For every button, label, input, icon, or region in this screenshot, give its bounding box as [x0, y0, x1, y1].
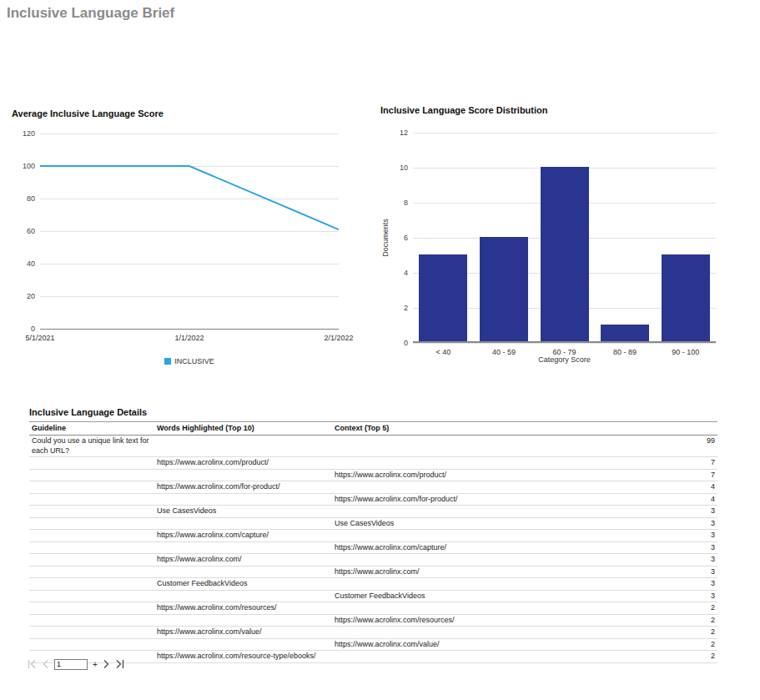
cell-guideline: [29, 530, 154, 542]
y-tick-label: 8: [385, 199, 408, 208]
bar-80-89: [601, 325, 649, 342]
y-tick-label: 40: [8, 259, 35, 269]
cell-guideline: [29, 602, 154, 615]
table-row: https://www.acrolinx.com/capture/3: [29, 541, 717, 554]
table-row: Use CasesVideos3: [29, 506, 717, 518]
cell-guideline: [29, 627, 154, 639]
first-page-icon: [28, 659, 37, 669]
cell-value: 3: [666, 566, 717, 578]
next-page-icon: [103, 659, 110, 669]
cell-words: [154, 614, 332, 627]
cell-words: [154, 541, 332, 554]
cell-value: 2: [666, 602, 717, 615]
cell-value: 2: [666, 627, 717, 639]
page-title: Inclusive Language Brief: [7, 5, 174, 22]
y-tick-label: 0: [385, 339, 408, 348]
details-table: Guideline Words Highlighted (Top 10) Con…: [29, 421, 717, 663]
y-tick-label: 20: [8, 292, 35, 301]
y-tick-label: 80: [8, 194, 35, 204]
bar-chart-title: Inclusive Language Score Distribution: [380, 105, 547, 115]
cell-context: https://www.acrolinx.com/for-product/: [332, 493, 666, 506]
y-tick-label: 10: [385, 164, 408, 173]
y-tick-label: 6: [385, 234, 408, 243]
line-chart-x-axis: 5/1/20211/1/20222/1/2022: [40, 334, 339, 344]
table-row: https://www.acrolinx.com/product/7: [29, 469, 717, 481]
table-header-row: Guideline Words Highlighted (Top 10) Con…: [29, 422, 717, 436]
previous-page-icon: [42, 659, 49, 669]
cell-value: 3: [666, 578, 717, 591]
cell-words: [154, 517, 332, 530]
first-page-button[interactable]: [28, 659, 37, 669]
table-row: Customer FeedbackVideos3: [29, 578, 717, 591]
cell-value: 3: [666, 554, 717, 567]
table-row: https://www.acrolinx.com/product/7: [29, 457, 717, 470]
cell-context: https://www.acrolinx.com/resources/: [332, 614, 666, 627]
next-page-button[interactable]: [103, 659, 110, 669]
cell-value: 7: [666, 457, 717, 470]
column-header-value: [666, 422, 717, 436]
cell-words: [154, 436, 332, 457]
line-chart: Average Inclusive Language Score 1201008…: [12, 108, 349, 384]
y-tick-label: 0: [8, 325, 35, 334]
cell-value: 3: [666, 506, 717, 518]
bar-chart: Inclusive Language Score Distribution Do…: [380, 103, 739, 379]
y-tick-label: 100: [8, 162, 35, 171]
cell-context: https://www.acrolinx.com/: [332, 566, 666, 578]
cell-context: [332, 554, 666, 567]
y-tick-label: 4: [385, 269, 408, 278]
details-table-section: Inclusive Language Details Guideline Wor…: [29, 407, 717, 663]
cell-context: [332, 436, 666, 457]
cell-words: [154, 493, 332, 506]
column-header-context: Context (Top 5): [332, 422, 666, 436]
cell-words: https://www.acrolinx.com/value/: [154, 627, 332, 639]
bar-60-79: [541, 167, 589, 342]
cell-guideline: [29, 614, 154, 627]
cell-value: 4: [666, 493, 717, 506]
cell-context: [332, 457, 666, 470]
table-row: https://www.acrolinx.com/value/2: [29, 627, 717, 639]
page-number-input[interactable]: [54, 659, 88, 670]
last-page-button[interactable]: [115, 659, 124, 669]
cell-guideline: [29, 554, 154, 567]
table-row: https://www.acrolinx.com/resource-type/e…: [29, 651, 717, 663]
cell-value: 2: [666, 651, 717, 663]
cell-context: [332, 602, 666, 615]
cell-guideline: [29, 481, 154, 494]
cell-context: https://www.acrolinx.com/product/: [332, 469, 666, 481]
cell-guideline: [29, 493, 154, 506]
cell-words: https://www.acrolinx.com/for-product/: [154, 481, 332, 494]
cell-value: 3: [666, 517, 717, 530]
y-tick-label: 12: [385, 128, 408, 138]
cell-context: [332, 530, 666, 542]
line-chart-plot-area: 120100806040200: [40, 133, 339, 329]
x-tick-label: 2/1/2022: [305, 334, 372, 342]
cell-context: https://www.acrolinx.com/value/: [332, 638, 666, 651]
table-row: Customer FeedbackVideos3: [29, 590, 717, 602]
cell-guideline: [29, 590, 154, 602]
gridline: [40, 329, 339, 330]
cell-guideline: [29, 469, 154, 481]
table-row: https://www.acrolinx.com/3: [29, 566, 717, 578]
cell-value: 2: [666, 638, 717, 651]
cell-value: 3: [666, 541, 717, 554]
more-pages-indicator: +: [93, 660, 98, 669]
table-row: https://www.acrolinx.com/resources/2: [29, 602, 717, 615]
y-tick-label: 60: [8, 227, 35, 236]
table-row: https://www.acrolinx.com/3: [29, 554, 717, 567]
previous-page-button[interactable]: [42, 659, 49, 669]
cell-context: Use CasesVideos: [332, 517, 666, 530]
cell-guideline: [29, 517, 154, 530]
gridline: [413, 133, 716, 133]
cell-words: Use CasesVideos: [154, 506, 332, 518]
cell-words: [154, 469, 332, 481]
bar-chart-plot-area: 121086420: [413, 133, 716, 343]
bar-<40: [419, 254, 467, 342]
cell-value: 2: [666, 614, 717, 627]
cell-guideline: [29, 578, 154, 591]
cell-context: https://www.acrolinx.com/capture/: [332, 541, 666, 554]
cell-words: https://www.acrolinx.com/resource-type/e…: [154, 651, 332, 663]
inclusive-score-line: [40, 133, 339, 329]
cell-guideline: [29, 638, 154, 651]
x-axis-line: [413, 341, 716, 343]
bar-40-59: [480, 237, 528, 342]
